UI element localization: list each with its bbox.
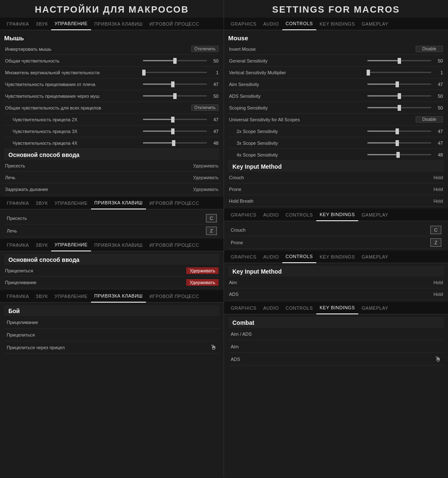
- right-nav2-controls[interactable]: CONTROLS: [282, 209, 316, 221]
- right-nav2-audio[interactable]: AUDIO: [260, 209, 282, 221]
- left-nav4-gameplay[interactable]: ИГРОВОЙ ПРОЦЕСС: [146, 290, 202, 303]
- right-crouch-row: Crouch Hold: [228, 172, 444, 183]
- right-nav2-graphics[interactable]: GRAPHICS: [227, 209, 260, 221]
- left-nav4-audio[interactable]: ЗВУК: [32, 290, 51, 303]
- left-panel1: ГРАФИКА ЗВУК УПРАВЛЕНИЕ ПРИВЯЗКА КЛАВИШ …: [0, 18, 224, 196]
- right-nav4-audio[interactable]: AUDIO: [260, 302, 282, 314]
- right-nav3-audio[interactable]: AUDIO: [260, 251, 282, 263]
- right-nav1-controls[interactable]: CONTROLS: [282, 18, 316, 30]
- left-4x-num: 48: [208, 141, 219, 146]
- left-ads-sens-thumb[interactable]: [173, 93, 177, 99]
- right-scoping-num: 50: [433, 105, 443, 110]
- right-universal-label: Universal Sensitivity for All Scopes: [229, 117, 416, 122]
- left-nav2-audio[interactable]: ЗВУК: [32, 197, 51, 209]
- left-nav1-graphics[interactable]: ГРАФИКА: [3, 18, 32, 30]
- left-keybind-crouch-row: Присесть C: [4, 212, 219, 225]
- right-vert-thumb[interactable]: [367, 70, 370, 76]
- right-scoping-thumb[interactable]: [398, 105, 401, 111]
- right-invert-value[interactable]: Disable: [416, 46, 443, 52]
- left-nav2-keybind[interactable]: ПРИВЯЗКА КЛАВИШ: [91, 197, 146, 209]
- left-ads-sens-slider[interactable]: [141, 95, 208, 97]
- left-aim-sens-thumb[interactable]: [171, 81, 175, 87]
- left-3x-thumb[interactable]: [171, 128, 175, 134]
- left-keybind-crouch-key[interactable]: C: [206, 214, 217, 222]
- left-title: НАСТРОЙКИ ДЛЯ МАКРОСОВ: [0, 0, 224, 18]
- left-2x-thumb[interactable]: [171, 117, 175, 123]
- left-invert-mouse-value[interactable]: Отключить: [191, 46, 219, 52]
- right-nav4-keybind[interactable]: KEY BINDINGS: [316, 302, 358, 314]
- left-nav2-controls[interactable]: УПРАВЛЕНИЕ: [51, 197, 91, 209]
- left-combat-scope-label: Прицелиться через прицел: [7, 345, 210, 350]
- right-nav3-graphics[interactable]: GRAPHICS: [227, 251, 260, 263]
- left-4x-slider[interactable]: [141, 142, 208, 144]
- left-panel2-section: Присесть C Лечь Z: [0, 209, 224, 238]
- right-universal-value[interactable]: Disable: [416, 116, 443, 123]
- left-aim-sens-slider[interactable]: [141, 84, 208, 85]
- right-gen-sens-slider[interactable]: [366, 60, 433, 61]
- right-nav4-gameplay[interactable]: GAMEPLAY: [358, 302, 392, 314]
- left-3x-num: 47: [208, 129, 219, 134]
- right-vert-slider[interactable]: [366, 72, 433, 73]
- right-nav2-keybind[interactable]: KEY BINDINGS: [316, 209, 358, 221]
- left-4x-thumb[interactable]: [172, 140, 175, 146]
- left-nav1-keybind[interactable]: ПРИВЯЗКА КЛАВИШ: [91, 18, 146, 30]
- right-gen-sens-thumb[interactable]: [398, 58, 401, 64]
- left-keybind-prone-row: Лечь Z: [4, 225, 219, 237]
- right-keybind-crouch-key[interactable]: C: [430, 226, 441, 234]
- left-nav3-keybind[interactable]: ПРИВЯЗКА КЛАВИШ: [91, 239, 146, 251]
- left-nav2-gameplay[interactable]: ИГРОВОЙ ПРОЦЕСС: [146, 197, 202, 209]
- right-nav1-graphics[interactable]: GRAPHICS: [227, 18, 260, 30]
- right-4x-thumb[interactable]: [396, 152, 400, 158]
- right-nav3-keybind[interactable]: KEY BINDINGS: [316, 251, 358, 263]
- left-universal-value[interactable]: Отключить: [191, 104, 219, 111]
- left-nav4-keybind[interactable]: ПРИВЯЗКА КЛАВИШ: [91, 290, 146, 303]
- right-vert-label: Vertical Sensitivity Multiplier: [229, 70, 366, 75]
- right-breath-value: Hold: [426, 199, 443, 204]
- right-4x-slider[interactable]: [366, 154, 433, 155]
- left-keybind-prone-key[interactable]: Z: [206, 227, 217, 235]
- left-nav3-gameplay[interactable]: ИГРОВОЙ ПРОЦЕСС: [146, 239, 202, 251]
- right-nav4-controls[interactable]: CONTROLS: [282, 302, 316, 314]
- left-vert-sens-thumb[interactable]: [142, 70, 146, 76]
- left-nav2-graphics[interactable]: ГРАФИКА: [3, 197, 32, 209]
- right-2x-slider[interactable]: [366, 131, 433, 132]
- left-vert-sens-slider[interactable]: [141, 72, 208, 73]
- left-nav1-audio[interactable]: ЗВУК: [32, 18, 51, 30]
- right-scoping-slider[interactable]: [366, 107, 433, 108]
- left-nav3-controls[interactable]: УПРАВЛЕНИЕ: [51, 239, 91, 251]
- right-nav3-gameplay[interactable]: GAMEPLAY: [358, 251, 392, 263]
- right-3x-slider[interactable]: [366, 142, 433, 144]
- right-nav4-graphics[interactable]: GRAPHICS: [227, 302, 260, 314]
- right-nav1-gameplay[interactable]: GAMEPLAY: [358, 18, 392, 30]
- right-ads-thumb[interactable]: [398, 93, 401, 99]
- right-nav1-keybind[interactable]: KEY BINDINGS: [316, 18, 358, 30]
- left-nav3-graphics[interactable]: ГРАФИКА: [3, 239, 32, 251]
- right-universal-row: Universal Sensitivity for All Scopes Dis…: [228, 114, 444, 125]
- left-nav3-audio[interactable]: ЗВУК: [32, 239, 51, 251]
- left-2x-slider[interactable]: [141, 119, 208, 120]
- left-nav1-gameplay[interactable]: ИГРОВОЙ ПРОЦЕСС: [146, 18, 202, 30]
- left-panel3-ads-value[interactable]: Удерживать: [186, 279, 219, 286]
- right-aim-thumb[interactable]: [396, 81, 399, 87]
- right-nav1-audio[interactable]: AUDIO: [260, 18, 282, 30]
- left-gen-sens-slider[interactable]: [141, 60, 208, 61]
- left-nav4-graphics[interactable]: ГРАФИКА: [3, 290, 32, 303]
- right-nav3-controls[interactable]: CONTROLS: [282, 251, 316, 263]
- left-nav1-controls[interactable]: УПРАВЛЕНИЕ: [51, 18, 91, 30]
- left-gen-sens-thumb[interactable]: [173, 58, 177, 64]
- right-nav2-gameplay[interactable]: GAMEPLAY: [358, 209, 392, 221]
- right-2x-thumb[interactable]: [396, 128, 399, 134]
- right-3x-fill: [367, 142, 397, 144]
- right-3x-thumb[interactable]: [396, 140, 399, 146]
- right-crouch-label: Crouch: [229, 175, 426, 180]
- left-3x-slider[interactable]: [141, 131, 208, 132]
- right-ads-num: 50: [433, 94, 443, 99]
- right-keybind-prone-key[interactable]: Z: [430, 238, 441, 247]
- right-ads-slider[interactable]: [366, 95, 433, 97]
- left-nav3: ГРАФИКА ЗВУК УПРАВЛЕНИЕ ПРИВЯЗКА КЛАВИШ …: [0, 239, 224, 251]
- right-panel3-section: Key Input Method Aim Hold ADS Hold: [224, 263, 448, 301]
- left-nav4-controls[interactable]: УПРАВЛЕНИЕ: [51, 290, 91, 303]
- right-panel3-aim-value: Hold: [426, 280, 443, 285]
- right-aim-slider[interactable]: [366, 84, 433, 85]
- left-panel3-aim-value[interactable]: Удерживать: [186, 267, 219, 274]
